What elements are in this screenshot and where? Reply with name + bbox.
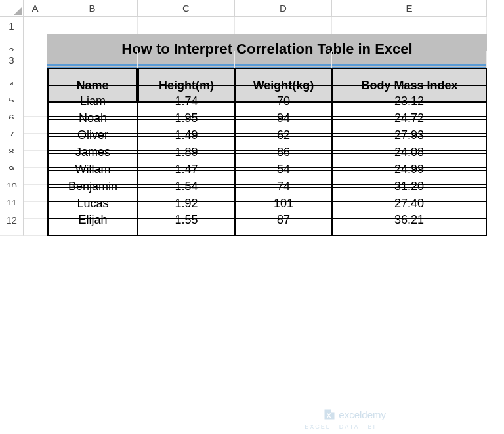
cell-d1[interactable] [235,17,332,35]
cell-b1[interactable] [47,17,138,35]
watermark-text: exceldemy [339,409,386,420]
watermark-sub: EXCEL · DATA · BI [304,424,376,430]
cell-a12[interactable] [24,205,47,236]
cell-weight-7[interactable]: 87 [235,205,332,236]
cell-name-7[interactable]: Elijah [47,205,138,236]
cell-b3[interactable] [47,51,138,69]
row-header-12[interactable]: 12 [0,205,24,236]
excel-icon [323,408,336,421]
cell-a3[interactable] [24,51,47,69]
spreadsheet-grid: A B C D E 1 2 How to Interpret Correlati… [0,0,504,222]
cell-c3[interactable] [138,51,235,69]
cell-d3[interactable] [235,51,332,69]
watermark: exceldemy [323,408,386,421]
row-header-1[interactable]: 1 [0,17,24,35]
col-header-b[interactable]: B [47,0,138,17]
cell-c1[interactable] [138,17,235,35]
col-header-e[interactable]: E [332,0,487,17]
cell-bmi-7[interactable]: 36.21 [332,205,487,236]
row-header-3[interactable]: 3 [0,51,24,69]
cell-a1[interactable] [24,17,47,35]
cell-e3[interactable] [332,51,487,69]
cell-height-7[interactable]: 1.55 [138,205,235,236]
cell-e1[interactable] [332,17,487,35]
col-header-d[interactable]: D [235,0,332,17]
col-header-c[interactable]: C [138,0,235,17]
col-header-a[interactable]: A [24,0,47,17]
select-all-corner[interactable] [0,0,24,17]
